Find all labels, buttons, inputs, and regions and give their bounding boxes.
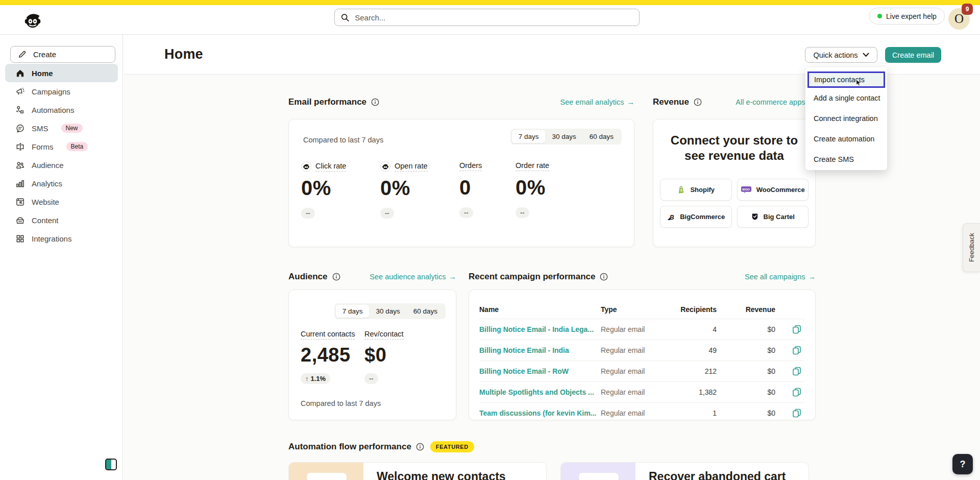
menu-item-import-contacts[interactable]: Import contacts [807, 71, 885, 88]
campaign-type: Regular email [601, 346, 662, 354]
table-row: Team discussions (for kevin Kim... Regul… [479, 402, 805, 423]
arrow-right-icon: → [808, 273, 816, 281]
copy-report-icon[interactable] [792, 408, 802, 418]
tab-60-days[interactable]: 60 days [407, 305, 444, 318]
campaign-revenue: $0 [717, 346, 775, 354]
sidebar-item-integrations[interactable]: Integrations [5, 229, 118, 248]
create-email-label: Create email [892, 51, 934, 59]
automation-card-abandoned-cart[interactable]: Recover abandoned cart [560, 462, 809, 480]
campaign-name-link[interactable]: Billing Notice Email - RoW [479, 367, 601, 375]
campaign-name-link[interactable]: Multiple Spotlights and Objects ... [479, 388, 601, 396]
info-icon[interactable] [416, 443, 424, 451]
sidebar-item-campaigns[interactable]: Campaigns [5, 82, 118, 101]
stat-label[interactable]: Current contacts [301, 330, 355, 340]
sidebar-item-website[interactable]: Website [5, 193, 118, 211]
tab-7-days[interactable]: 7 days [512, 130, 546, 143]
menu-item-connect-integration[interactable]: Connect integration [805, 108, 887, 129]
automation-card-welcome[interactable]: Welcome new contacts [288, 462, 547, 480]
search-bar[interactable] [334, 9, 640, 26]
column-type: Type [601, 305, 662, 314]
card-illustration-tint [289, 463, 363, 480]
compared-label: Compared to last 7 days [303, 136, 383, 144]
menu-item-create-sms[interactable]: Create SMS [805, 149, 887, 170]
bigcommerce-button[interactable]: B BigCommerce [660, 206, 732, 228]
tab-60-days[interactable]: 60 days [583, 130, 620, 143]
quick-actions-button[interactable]: Quick actions [805, 47, 877, 63]
copy-report-icon[interactable] [792, 324, 802, 334]
menu-item-add-single-contact[interactable]: Add a single contact [805, 88, 887, 108]
sidebar-item-automations[interactable]: Automations [5, 101, 118, 119]
metric-value: 0% [301, 177, 331, 200]
stat-delta: -- [364, 373, 378, 384]
featured-badge: FEATURED [430, 441, 474, 452]
feedback-tab[interactable]: Feedback [963, 223, 980, 272]
campaign-name-link[interactable]: Billing Notice Email - India Lega... [479, 325, 601, 333]
sidebar-item-home[interactable]: Home [5, 64, 118, 82]
sidebar-item-audience[interactable]: Audience [5, 156, 118, 174]
audience-card: 7 days 30 days 60 days Current contacts … [288, 290, 456, 420]
metric-label[interactable]: Order rate [516, 161, 549, 171]
see-audience-analytics-link[interactable]: See audience analytics → [370, 273, 456, 281]
sidebar-item-analytics[interactable]: Analytics [5, 174, 118, 193]
mouse-cursor-icon [855, 79, 862, 88]
notification-badge: 9 [962, 4, 973, 15]
email-range-tabs: 7 days 30 days 60 days [510, 129, 622, 145]
bigcartel-button[interactable]: Big Cartel [737, 206, 809, 228]
metric-label[interactable]: Open rate [395, 162, 428, 172]
woocommerce-button[interactable]: WOO WooCommerce [737, 179, 809, 201]
campaign-name-link[interactable]: Team discussions (for kevin Kim... [479, 409, 601, 417]
metric-label[interactable]: Orders [459, 161, 482, 171]
shopify-button[interactable]: S Shopify [660, 179, 732, 201]
campaign-type: Regular email [601, 367, 662, 375]
help-label: ? [960, 459, 966, 470]
create-email-button[interactable]: Create email [885, 47, 941, 63]
sidebar-item-sms[interactable]: SMS New [5, 119, 118, 137]
info-icon[interactable] [332, 273, 340, 281]
megaphone-icon [15, 87, 25, 97]
tab-30-days[interactable]: 30 days [545, 130, 582, 143]
stat-label[interactable]: Rev/contact [364, 330, 404, 340]
svg-text:WOO: WOO [742, 188, 750, 191]
column-revenue: Revenue [717, 305, 775, 314]
info-icon[interactable] [694, 98, 702, 106]
sidebar-item-forms[interactable]: Forms Beta [5, 137, 118, 156]
see-all-campaigns-link[interactable]: See all campaigns → [745, 273, 816, 281]
campaigns-table: Name Type Recipients Revenue Billing Not… [479, 300, 805, 423]
main-content: Home Quick actions Create email Import c… [124, 35, 980, 480]
store-label: BigCommerce [680, 213, 725, 221]
create-label: Create [33, 50, 56, 59]
sidebar-item-label: Audience [32, 161, 64, 170]
sidebar-item-content[interactable]: Content [5, 211, 118, 229]
help-button[interactable]: ? [952, 454, 973, 474]
search-input[interactable] [354, 13, 633, 22]
tab-7-days[interactable]: 7 days [336, 305, 370, 318]
content-icon [15, 215, 25, 225]
campaign-name-link[interactable]: Billing Notice Email - India [479, 346, 601, 354]
page-title: Home [164, 46, 203, 62]
copy-report-icon[interactable] [792, 387, 802, 397]
copy-report-icon[interactable] [792, 345, 802, 355]
menu-item-create-automation[interactable]: Create automation [805, 129, 887, 149]
create-button[interactable]: Create [10, 46, 115, 63]
all-ecommerce-apps-link[interactable]: All e-commerce apps → [736, 98, 816, 106]
automation-title-row: Automation flow performance [288, 442, 424, 452]
sidebar-collapse-toggle-icon[interactable] [105, 459, 117, 470]
email-performance-header: Email performance See email analytics → [288, 97, 634, 107]
info-icon[interactable] [371, 98, 379, 106]
tab-30-days[interactable]: 30 days [369, 305, 406, 318]
live-expert-help-button[interactable]: Live expert help [869, 8, 945, 25]
campaign-revenue: $0 [717, 325, 775, 333]
woocommerce-icon: WOO [741, 186, 752, 194]
mailchimp-logo-icon[interactable] [23, 11, 42, 29]
table-row: Multiple Spotlights and Objects ... Regu… [479, 381, 805, 402]
info-icon[interactable] [600, 273, 608, 281]
campaigns-title-row: Recent campaign performance [469, 272, 608, 282]
quick-actions-label: Quick actions [813, 51, 857, 59]
store-label: Big Cartel [764, 213, 795, 221]
live-help-label: Live expert help [886, 12, 937, 20]
card-illustration [579, 473, 619, 480]
metric-label[interactable]: Click rate [315, 162, 346, 172]
bar-chart-icon [15, 179, 25, 188]
copy-report-icon[interactable] [792, 366, 802, 376]
see-email-analytics-link[interactable]: See email analytics → [560, 98, 634, 106]
